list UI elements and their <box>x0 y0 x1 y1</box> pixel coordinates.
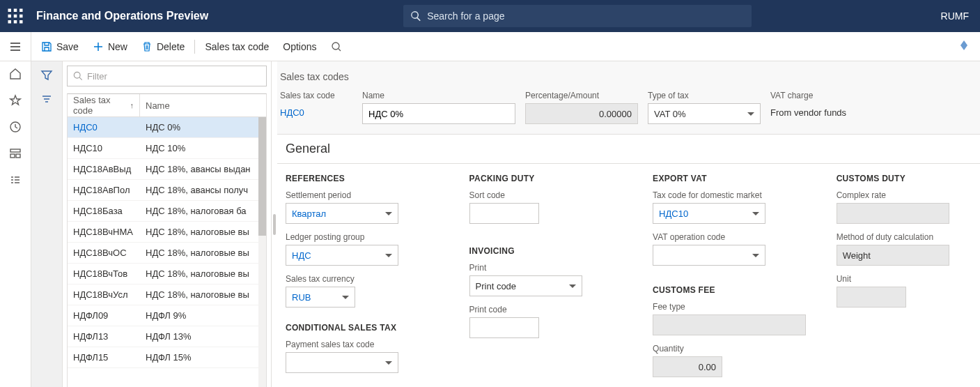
toolbar-search-button[interactable] <box>324 32 353 61</box>
qty-label: Quantity <box>653 344 809 354</box>
nav-toggle-button[interactable] <box>0 32 31 61</box>
splitter-handle[interactable] <box>272 61 277 387</box>
scrollbar-track[interactable] <box>258 117 266 387</box>
complex-value <box>837 203 949 224</box>
customsfee-title: CUSTOMS FEE <box>653 285 809 295</box>
printcode-input[interactable] <box>469 317 539 338</box>
fee-label: Fee type <box>653 302 809 312</box>
table-row[interactable]: НДС18ВчОСНДС 18%, налоговые вы <box>68 243 266 264</box>
code-value[interactable]: НДС0 <box>280 103 352 122</box>
type-label: Type of tax <box>648 91 761 100</box>
filter-icon[interactable] <box>40 68 54 82</box>
sort-input[interactable] <box>469 203 539 224</box>
sort-icon[interactable] <box>40 92 54 106</box>
search-input[interactable] <box>427 10 745 22</box>
printcode-label: Print code <box>469 305 625 314</box>
ledger-dropdown[interactable]: НДС <box>286 245 398 266</box>
app-title: Finance and Operations Preview <box>36 10 208 22</box>
print-dropdown[interactable]: Print code <box>469 275 582 296</box>
delete-button[interactable]: Delete <box>134 32 192 61</box>
method-label: Method of duty calculation <box>837 232 972 242</box>
pct-label: Percentage/Amount <box>525 91 638 100</box>
general-section-header[interactable]: General <box>277 134 980 164</box>
col-header-name[interactable]: Name <box>140 94 266 116</box>
table-row[interactable]: НДС18ВчНМАНДС 18%, налоговые вы <box>68 222 266 243</box>
vatcharge-value: From vendor funds <box>770 103 910 122</box>
table-row[interactable]: НДС10НДС 10% <box>68 138 266 159</box>
complex-label: Complex rate <box>837 190 972 200</box>
method-value: Weight <box>837 245 949 266</box>
list-pane: Sales tax code↑ Name НДС0НДС 0% НДС10НДС… <box>63 61 272 387</box>
table-row[interactable]: НДС18ВчУслНДС 18%, налоговые вы <box>68 284 266 305</box>
fee-value <box>653 314 806 335</box>
save-button[interactable]: Save <box>34 32 86 61</box>
ledger-label: Ledger posting group <box>286 232 442 242</box>
svg-rect-11 <box>10 149 20 152</box>
name-label: Name <box>362 91 515 100</box>
modules-icon[interactable] <box>8 173 22 187</box>
home-icon[interactable] <box>8 67 22 81</box>
table-row[interactable]: НДС18БазаНДС 18%, налоговая ба <box>68 201 266 222</box>
type-dropdown[interactable]: VAT 0% <box>648 103 761 124</box>
app-launcher-icon[interactable] <box>7 8 24 24</box>
svg-rect-8 <box>20 20 23 24</box>
action-toolbar: Save New Delete Sales tax code Options <box>31 32 980 61</box>
packing-title: PACKING DUTY <box>469 174 625 183</box>
svg-rect-7 <box>14 20 17 24</box>
filter-input[interactable] <box>87 71 260 82</box>
sales-tax-code-tab[interactable]: Sales tax code <box>198 32 276 61</box>
workspaces-icon[interactable] <box>8 146 22 160</box>
copilot-icon[interactable] <box>958 39 970 54</box>
vatcharge-label: VAT charge <box>770 91 910 100</box>
payment-dropdown[interactable] <box>286 352 398 373</box>
references-title: REFERENCES <box>286 174 442 183</box>
options-label: Options <box>283 41 316 52</box>
settlement-dropdown[interactable]: Квартал <box>286 203 398 224</box>
page-heading: Sales tax codes <box>277 71 980 91</box>
toolbar-right <box>958 39 977 54</box>
sort-asc-icon: ↑ <box>130 101 134 109</box>
svg-rect-13 <box>16 154 20 158</box>
svg-point-9 <box>332 43 339 50</box>
recent-icon[interactable] <box>8 120 22 134</box>
print-label: Print <box>469 263 625 273</box>
save-label: Save <box>56 41 79 52</box>
svg-rect-2 <box>20 9 23 13</box>
table-row[interactable]: НДС18АвВыдНДС 18%, авансы выдан <box>68 159 266 180</box>
sort-label: Sort code <box>469 190 625 200</box>
domestic-label: Tax code for domestic market <box>653 190 809 200</box>
svg-rect-1 <box>14 9 17 13</box>
grid-body: НДС0НДС 0% НДС10НДС 10% НДС18АвВыдНДС 18… <box>67 117 267 387</box>
svg-point-14 <box>74 72 80 78</box>
vatop-dropdown[interactable] <box>653 245 765 266</box>
scrollbar-thumb[interactable] <box>258 117 266 236</box>
list-filter[interactable] <box>67 66 267 86</box>
detail-pane: Sales tax codes Sales tax code НДС0 Name… <box>277 61 980 387</box>
toolbar-separator <box>194 40 195 54</box>
domestic-dropdown[interactable]: НДС10 <box>653 203 765 224</box>
options-tab[interactable]: Options <box>276 32 323 61</box>
code-label: Sales tax code <box>280 91 352 100</box>
svg-rect-6 <box>8 20 12 24</box>
table-row[interactable]: НДФЛ13НДФЛ 13% <box>68 326 266 347</box>
qty-value: 0.00 <box>653 356 722 377</box>
name-input[interactable] <box>362 103 515 124</box>
settlement-label: Settlement period <box>286 190 442 200</box>
table-row[interactable]: НДФЛ15НДФЛ 15% <box>68 347 266 368</box>
currency-dropdown[interactable]: RUB <box>286 287 355 308</box>
delete-label: Delete <box>157 41 185 52</box>
table-row[interactable]: НДФЛ09НДФЛ 9% <box>68 305 266 326</box>
sales-tax-code-label: Sales tax code <box>205 41 269 52</box>
global-search[interactable] <box>403 5 752 27</box>
table-row[interactable]: НДС18АвПолНДС 18%, авансы получ <box>68 180 266 201</box>
svg-rect-0 <box>8 9 12 13</box>
grid-header: Sales tax code↑ Name <box>67 93 267 117</box>
company-code[interactable]: RUMF <box>941 10 969 22</box>
star-icon[interactable] <box>8 93 22 107</box>
table-row[interactable]: НДС18ВчТовНДС 18%, налоговые вы <box>68 264 266 284</box>
pct-value: 0.00000 <box>525 103 638 124</box>
general-section-body: REFERENCES Settlement period Квартал Led… <box>277 164 980 387</box>
col-header-code[interactable]: Sales tax code↑ <box>68 94 140 116</box>
new-button[interactable]: New <box>86 32 134 61</box>
table-row[interactable]: НДС0НДС 0% <box>68 117 266 138</box>
